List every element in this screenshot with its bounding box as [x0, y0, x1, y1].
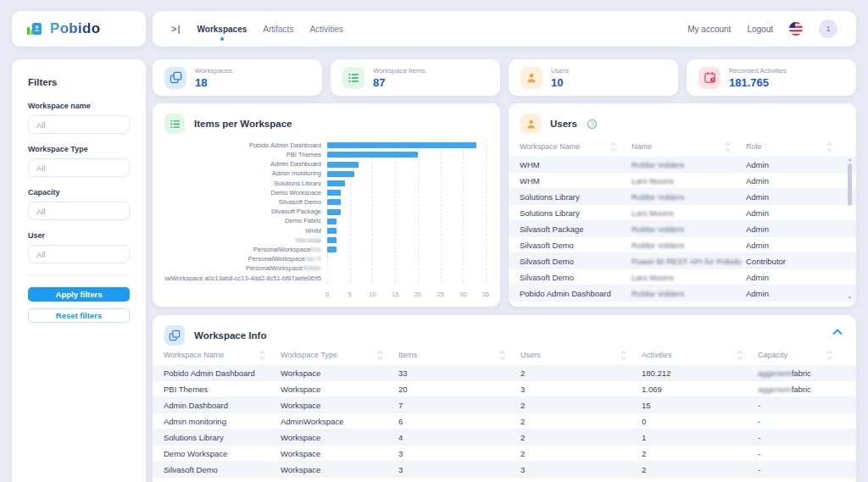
sort-icon — [826, 351, 832, 360]
stat-card-workspaces: Workspaces 18 — [153, 59, 322, 96]
table-row[interactable]: Silvasoft DemoWorkspace332- — [153, 462, 856, 478]
bar[interactable] — [327, 228, 337, 234]
logo[interactable]: Pobido — [12, 11, 146, 47]
apply-filters-button[interactable]: Apply filters — [28, 287, 130, 302]
table-row[interactable]: Silvasoft PackageWorkspace312- — [153, 478, 856, 482]
column-header-workspace-name[interactable]: Workspace Name — [153, 351, 281, 360]
nav-label: Workspaces — [198, 25, 248, 34]
user-avatar[interactable]: 1 — [819, 19, 837, 38]
capacity-cell: - — [758, 433, 856, 442]
bar[interactable] — [327, 247, 337, 252]
chart-xticks: 05101520253035 — [327, 286, 486, 298]
user-icon — [520, 114, 541, 134]
chart-row: PersonalWorkspace Kris — [164, 245, 486, 254]
column-header-users[interactable]: Users — [520, 351, 642, 360]
bar[interactable] — [327, 152, 418, 158]
bar[interactable] — [327, 199, 341, 205]
capacity-select[interactable]: All — [28, 202, 130, 220]
capacity-cell: aggenemfabric — [758, 385, 856, 394]
scrollbar-thumb[interactable] — [848, 163, 852, 206]
role-cell: Admin — [746, 289, 856, 298]
column-label: Workspace Name — [164, 351, 224, 359]
table-row[interactable]: PBI ThemesWorkspace2031.069aggenemfabric — [153, 381, 856, 397]
column-header-capacity[interactable]: Capacity — [758, 351, 848, 360]
name-cell: Demo Workspace — [153, 449, 281, 458]
my-account-link[interactable]: My account — [687, 25, 731, 34]
table-row[interactable]: Solutions LibraryRobbe VoldersAdmin — [509, 189, 856, 205]
column-label: Name — [632, 142, 652, 151]
table-row[interactable]: Admin monitoringAdminWorkspace620- — [153, 413, 856, 429]
bar[interactable] — [327, 162, 359, 168]
table-row[interactable]: WHMRobbe VoldersAdmin — [509, 157, 856, 173]
table-row[interactable]: Silvasoft DemoRobbe VoldersAdmin — [509, 237, 856, 253]
category-label: PersonalWorkspace Robbe — [164, 265, 327, 272]
sidebar-collapse-icon[interactable]: >| — [171, 24, 181, 34]
x-tick-label: 20 — [415, 291, 421, 298]
x-tick-label: 35 — [482, 291, 489, 298]
nav-right-group: My account Logout 1 — [687, 19, 837, 38]
column-header-items[interactable]: Items — [398, 351, 520, 360]
activities-cell: 1.069 — [642, 385, 758, 394]
bar[interactable] — [327, 219, 337, 224]
stat-label: Recorded Activities — [729, 67, 787, 75]
column-header-name[interactable]: Name — [632, 142, 746, 152]
chart-row: PersonalWorkspace Robbe — [164, 264, 486, 274]
scroll-down-icon[interactable]: ▼ — [846, 295, 854, 300]
nav-item-artifacts[interactable]: Artifacts — [263, 25, 293, 34]
sort-icon — [259, 351, 265, 360]
category-label: Admin monitoring — [164, 170, 327, 177]
divider — [28, 274, 130, 275]
category-label-redacted: Jan V — [305, 256, 321, 263]
table-row[interactable]: Pobido Admin DashboardWorkspace332180.21… — [153, 365, 856, 381]
gridline — [486, 141, 487, 283]
bar[interactable] — [327, 142, 476, 148]
table-row[interactable]: Admin DashboardWorkspace7215- — [153, 397, 856, 413]
table-row[interactable]: Demo WorkspaceWorkspace322- — [153, 446, 856, 462]
table-row[interactable]: WHMLars MoonsAdmin — [509, 173, 856, 189]
column-header-workspace-name[interactable]: Workspace Name — [509, 142, 632, 152]
bar-track — [327, 247, 486, 252]
bar[interactable] — [327, 171, 354, 177]
column-header-role[interactable]: Role — [746, 142, 848, 152]
category-label-text: PBI Themes — [287, 152, 321, 158]
activities-cell: 2 — [642, 449, 758, 458]
bar[interactable] — [327, 180, 345, 186]
items-per-workspace-panel: Items per Workspace Pobido Admin Dashboa… — [153, 103, 500, 307]
reset-filters-button[interactable]: Reset filters — [28, 308, 130, 323]
user-name-cell: Robbe Volders — [632, 241, 746, 250]
user-name-cell: Robbe Volders — [632, 160, 746, 169]
table-row[interactable]: Pobido Admin DashboardRobbe VoldersAdmin — [509, 285, 856, 302]
bar[interactable] — [327, 209, 341, 215]
bar-track — [327, 171, 486, 177]
activities-cell: 1 — [642, 433, 758, 442]
nav-item-activities[interactable]: Activities — [309, 25, 342, 34]
language-flag-icon[interactable] — [789, 22, 803, 36]
column-header-activities[interactable]: Activities — [642, 351, 758, 360]
category-label-text: PersonalWorkspace — [248, 256, 305, 263]
table-row[interactable]: Silvasoft PackageRobbe VoldersAdmin — [509, 221, 856, 237]
workspace-name-select[interactable]: All — [28, 115, 130, 134]
scroll-up-icon[interactable]: ▲ — [846, 157, 854, 162]
table-row[interactable]: Silvasoft DemoPower BI REST API for Pobi… — [509, 253, 856, 269]
users-scrollbar[interactable]: ▲ ▼ — [846, 157, 854, 300]
table-row[interactable]: Solutions LibraryWorkspace421- — [153, 429, 856, 446]
users-cell: 3 — [520, 465, 642, 474]
collapse-panel-button[interactable] — [832, 329, 843, 335]
filter-label-workspace-name: Workspace name — [28, 102, 130, 110]
user-name-cell: Lars Moons — [632, 208, 746, 218]
capacity-cell: - — [758, 449, 856, 458]
column-header-workspace-type[interactable]: Workspace Type — [281, 351, 398, 360]
user-select[interactable]: All — [28, 245, 130, 263]
workspace-type-select[interactable]: All — [28, 158, 130, 177]
bar[interactable] — [327, 190, 341, 196]
table-row[interactable]: Solutions LibraryLars MoonsAdmin — [509, 205, 856, 221]
nav-item-workspaces[interactable]: Workspaces — [198, 25, 248, 34]
help-icon[interactable]: ? — [587, 119, 597, 129]
table-row[interactable]: Silvasoft DemoLars MoonsAdmin — [509, 269, 856, 285]
bar[interactable] — [327, 237, 337, 243]
stat-card-recorded-activities: Recorded Activities 181.765 — [687, 59, 856, 96]
logout-link[interactable]: Logout — [747, 25, 773, 34]
workspace-info-panel: Workspace Info Workspace NameWorkspace T… — [153, 315, 856, 482]
x-tick-label: 25 — [437, 291, 443, 298]
category-label-text: PersonalWorkspace — [253, 247, 310, 253]
